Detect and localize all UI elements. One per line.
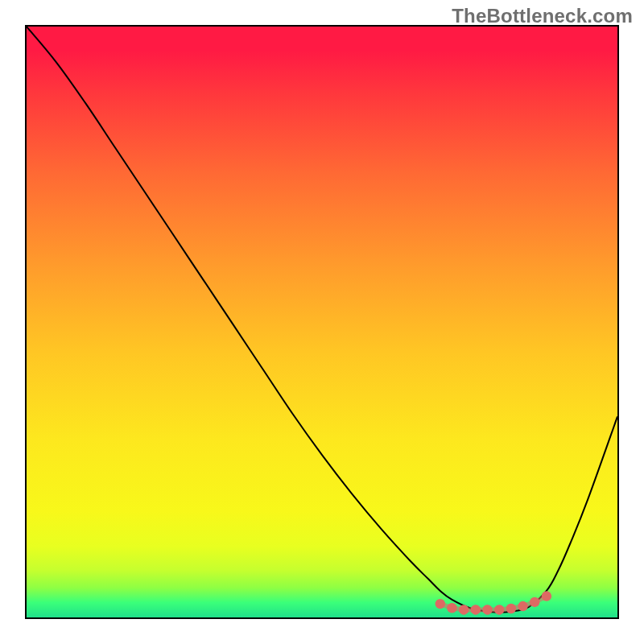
highlight-dot	[542, 591, 551, 601]
highlight-dot	[506, 604, 516, 613]
highlight-dot	[436, 599, 445, 609]
chart-container: TheBottleneck.com	[0, 0, 644, 644]
watermark-text: TheBottleneck.com	[452, 5, 633, 27]
highlight-dot	[518, 601, 527, 611]
highlight-dot	[471, 605, 481, 614]
plot-area	[25, 25, 619, 619]
chart-svg	[27, 27, 617, 617]
highlight-dot	[494, 605, 504, 614]
main-curve	[27, 27, 617, 612]
highlight-dot	[530, 597, 539, 607]
highlight-dots	[436, 591, 552, 614]
highlight-dot	[482, 605, 492, 614]
highlight-dot	[459, 605, 469, 614]
highlight-dot	[447, 603, 456, 613]
